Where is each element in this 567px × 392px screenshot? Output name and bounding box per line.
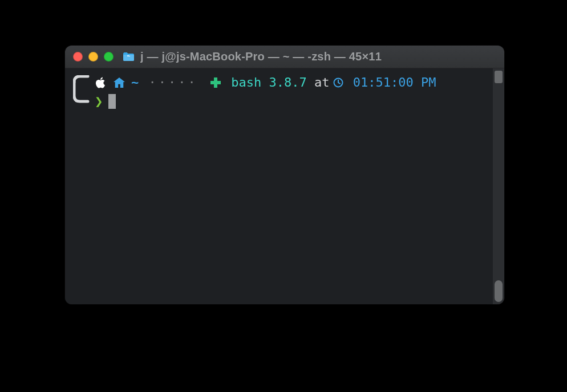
shell-version: 3.8.7 (269, 74, 306, 91)
terminal-window: j — j@js-MacBook-Pro — ~ — -zsh — 45×11 (65, 46, 504, 304)
shell-name: bash (231, 74, 261, 91)
cursor[interactable] (108, 94, 116, 109)
green-cross-icon (210, 77, 221, 88)
window-titlebar[interactable]: j — j@js-MacBook-Pro — ~ — -zsh — 45×11 (65, 46, 504, 68)
scrollbar-thumb[interactable] (495, 71, 503, 83)
time-text: 01:51:00 PM (353, 74, 436, 91)
at-label: at (314, 74, 330, 91)
traffic-lights (73, 52, 114, 62)
apple-icon (95, 76, 106, 89)
terminal-content[interactable]: ~ ····· bash 3.8.7 at (65, 68, 504, 304)
chevron-icon: ❯ (95, 92, 103, 111)
scrollbar-thumb[interactable] (495, 280, 503, 302)
house-icon (113, 77, 125, 88)
scrollbar-track[interactable] (493, 68, 504, 304)
prompt-bracket-icon (73, 75, 90, 109)
separator-dots: ····· (147, 74, 200, 91)
close-button[interactable] (73, 52, 83, 62)
prompt-line-2: ❯ (73, 92, 496, 111)
prompt-line-1: ~ ····· bash 3.8.7 at (73, 74, 496, 91)
clock-icon (333, 77, 344, 88)
window-title: j — j@js-MacBook-Pro — ~ — -zsh — 45×11 (140, 50, 382, 63)
cwd-text: ~ (131, 74, 139, 91)
folder-icon (123, 52, 135, 62)
zoom-button[interactable] (104, 52, 114, 62)
minimize-button[interactable] (88, 52, 98, 62)
